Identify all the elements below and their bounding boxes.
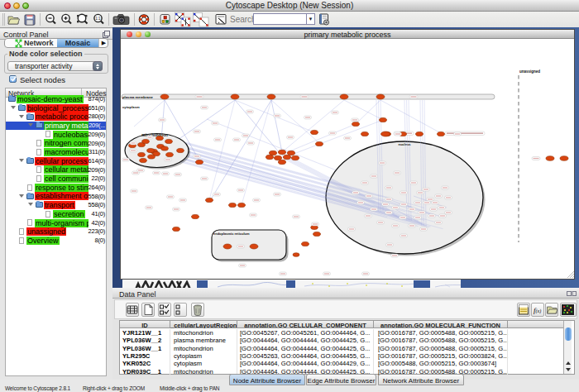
svg-text:1:1: 1:1 — [95, 17, 101, 21]
svg-text:f(x): f(x) — [534, 306, 541, 314]
svg-text:unassigned: unassigned — [519, 69, 540, 74]
svg-text:plasma membrane: plasma membrane — [122, 95, 153, 99]
svg-text:mitochondrion: mitochondrion — [141, 133, 168, 137]
svg-text:cytoplasm: cytoplasm — [122, 105, 140, 109]
svg-text:endoplasmic reticulum: endoplasmic reticulum — [213, 232, 250, 236]
